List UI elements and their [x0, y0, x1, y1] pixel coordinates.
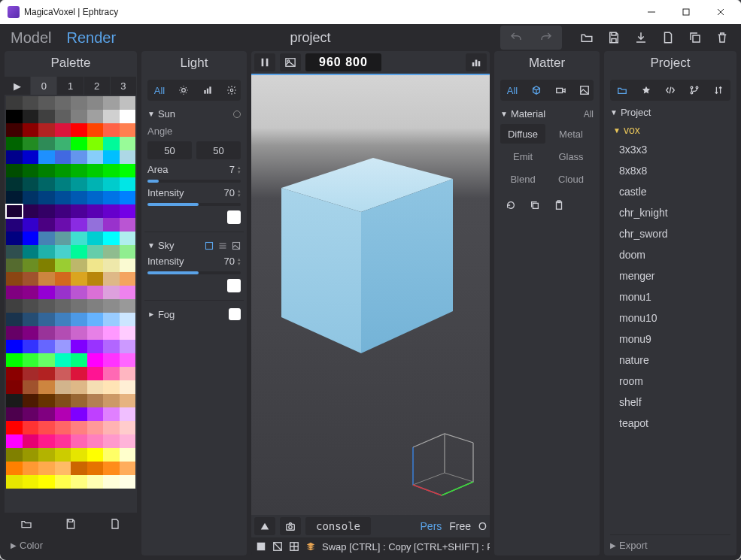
project-item[interactable]: 3x3x3 [610, 139, 730, 160]
palette-swatch[interactable] [71, 421, 87, 434]
palette-swatch[interactable] [87, 232, 104, 245]
copy-button[interactable] [682, 27, 708, 48]
project-item[interactable]: monu9 [610, 328, 730, 350]
palette-swatch[interactable] [6, 394, 23, 407]
resolution-display[interactable]: 960 800 [305, 53, 381, 71]
palette-swatch[interactable] [23, 164, 39, 177]
palette-swatch[interactable] [38, 313, 55, 326]
palette-save-icon[interactable] [49, 513, 93, 535]
palette-swatch[interactable] [23, 137, 39, 150]
palette-swatch[interactable] [103, 434, 120, 448]
palette-swatch[interactable] [120, 232, 136, 245]
palette-swatch[interactable] [23, 367, 39, 380]
palette-swatch[interactable] [55, 286, 71, 299]
palette-swatch[interactable] [55, 407, 71, 421]
palette-swatch[interactable] [87, 191, 104, 204]
material-section-header[interactable]: ▼MaterialAll [500, 108, 594, 120]
light-sun-icon[interactable] [173, 81, 194, 99]
material-blend[interactable]: Blend [500, 169, 545, 189]
palette-swatch[interactable] [103, 177, 120, 191]
palette-swatch[interactable] [71, 96, 87, 110]
material-reset-icon[interactable] [500, 196, 521, 214]
palette-swatch[interactable] [120, 286, 136, 299]
tab-render[interactable]: Render [62, 26, 120, 50]
viewport-camera-button[interactable] [280, 517, 301, 535]
export-section-header[interactable]: ▶Export [610, 534, 730, 555]
delete-button[interactable] [709, 27, 735, 48]
palette-tab-play[interactable]: ▶ [5, 77, 31, 95]
palette-swatch[interactable] [55, 340, 71, 353]
palette-swatch[interactable] [71, 110, 87, 123]
color-section-header[interactable]: ▶Color [5, 535, 137, 555]
project-item[interactable]: castle [610, 181, 730, 202]
palette-swatch[interactable] [71, 204, 87, 218]
palette-swatches[interactable] [5, 95, 137, 513]
palette-swatch[interactable] [38, 353, 55, 367]
palette-file-icon[interactable] [93, 513, 137, 535]
palette-swatch[interactable] [23, 407, 39, 421]
palette-swatch[interactable] [55, 313, 71, 326]
palette-swatch[interactable] [55, 137, 71, 150]
palette-swatch[interactable] [71, 137, 87, 150]
palette-swatch[interactable] [23, 177, 39, 191]
palette-swatch[interactable] [103, 286, 120, 299]
palette-swatch[interactable] [55, 448, 71, 462]
palette-tab-1[interactable]: 1 [57, 77, 84, 95]
project-item[interactable]: teapot [610, 413, 730, 434]
palette-swatch[interactable] [55, 475, 71, 489]
sky-type-gradient-icon[interactable] [218, 241, 227, 250]
palette-swatch[interactable] [23, 191, 39, 204]
project-item[interactable]: 8x8x8 [610, 160, 730, 181]
palette-swatch[interactable] [38, 340, 55, 353]
palette-swatch[interactable] [71, 123, 87, 137]
palette-swatch[interactable] [6, 475, 23, 489]
palette-swatch[interactable] [120, 353, 136, 367]
palette-swatch[interactable] [87, 353, 104, 367]
palette-swatch[interactable] [120, 150, 136, 164]
palette-swatch[interactable] [120, 272, 136, 286]
palette-swatch[interactable] [103, 380, 120, 394]
palette-swatch[interactable] [23, 286, 39, 299]
palette-swatch[interactable] [55, 96, 71, 110]
palette-swatch[interactable] [103, 150, 120, 164]
palette-swatch[interactable] [71, 448, 87, 462]
palette-swatch[interactable] [23, 150, 39, 164]
sky-section-header[interactable]: ▼Sky [147, 240, 241, 251]
palette-swatch[interactable] [23, 96, 39, 110]
palette-swatch[interactable] [55, 394, 71, 407]
palette-swatch[interactable] [6, 299, 23, 313]
palette-swatch[interactable] [87, 137, 104, 150]
palette-swatch[interactable] [55, 421, 71, 434]
palette-swatch[interactable] [120, 245, 136, 259]
matter-cube-icon[interactable] [526, 81, 547, 99]
palette-swatch[interactable] [103, 367, 120, 380]
palette-swatch[interactable] [55, 259, 71, 272]
palette-swatch[interactable] [6, 245, 23, 259]
palette-swatch[interactable] [55, 177, 71, 191]
palette-swatch[interactable] [120, 110, 136, 123]
palette-swatch[interactable] [103, 245, 120, 259]
palette-swatch[interactable] [38, 326, 55, 340]
light-settings-icon[interactable] [221, 81, 242, 99]
palette-swatch[interactable] [87, 123, 104, 137]
palette-swatch[interactable] [6, 150, 23, 164]
project-sort-icon[interactable] [708, 81, 729, 99]
palette-swatch[interactable] [23, 272, 39, 286]
palette-swatch[interactable] [87, 326, 104, 340]
palette-swatch[interactable] [120, 123, 136, 137]
material-metal[interactable]: Metal [548, 124, 594, 144]
palette-swatch[interactable] [55, 299, 71, 313]
palette-swatch[interactable] [120, 475, 136, 489]
palette-swatch[interactable] [103, 353, 120, 367]
project-item[interactable]: chr_knight [610, 202, 730, 223]
sun-intensity-value[interactable]: 70 [224, 187, 235, 198]
palette-swatch[interactable] [103, 218, 120, 232]
palette-swatch[interactable] [38, 434, 55, 448]
project-name[interactable]: project [126, 30, 494, 46]
palette-tab-3[interactable]: 3 [111, 77, 137, 95]
palette-swatch[interactable] [38, 272, 55, 286]
project-folder-icon[interactable] [612, 81, 633, 99]
palette-swatch[interactable] [87, 96, 104, 110]
palette-swatch[interactable] [87, 367, 104, 380]
palette-swatch[interactable] [23, 448, 39, 462]
